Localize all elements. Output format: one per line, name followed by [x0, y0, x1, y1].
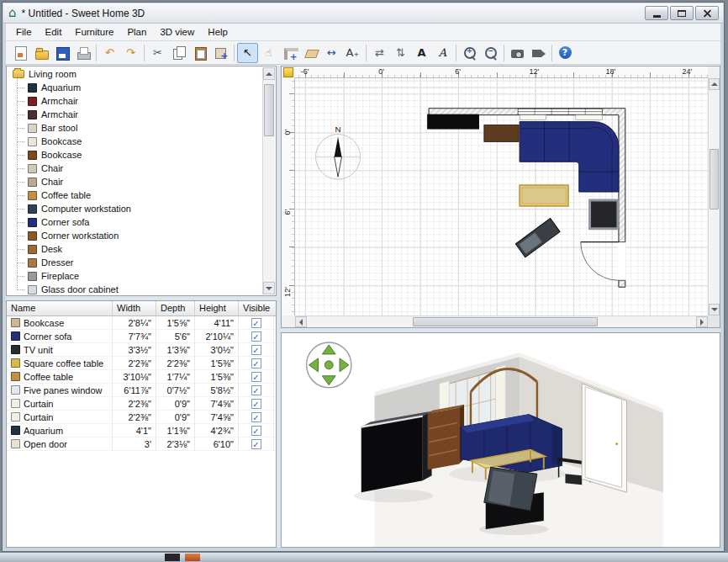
- catalog-item-corner-workstation[interactable]: Corner workstation: [8, 229, 262, 242]
- plan-scroll-right-button[interactable]: [696, 316, 708, 327]
- catalog-item-corner-sofa[interactable]: Corner sofa: [8, 215, 262, 229]
- table-row-square-coffee-table[interactable]: Square coffee table2'2⅜"2'2⅜"1'5⅜"✓: [7, 357, 276, 370]
- catalog-item-aquarium[interactable]: Aquarium: [8, 81, 262, 94]
- menu-item-plan[interactable]: Plan: [120, 25, 153, 39]
- open-button[interactable]: [30, 43, 51, 63]
- column-header-width[interactable]: Width: [113, 301, 156, 315]
- visible-checkbox[interactable]: ✓: [251, 399, 261, 409]
- tv-unit-plan[interactable]: [515, 218, 560, 257]
- column-header-height[interactable]: Height: [195, 301, 239, 315]
- paste-button[interactable]: [189, 43, 210, 63]
- catalog-item-bookcase[interactable]: Bookcase: [8, 148, 262, 162]
- bookcase-3d[interactable]: [428, 405, 464, 470]
- taskbar-icon[interactable]: [165, 554, 180, 561]
- close-button[interactable]: [695, 6, 719, 20]
- increase-text-size-button[interactable]: A: [411, 43, 432, 63]
- create-dimensions-button[interactable]: ↔: [321, 43, 342, 63]
- table-row-bookcase[interactable]: Bookcase2'8¼"1'5⅝"4'11"✓: [7, 316, 276, 330]
- visible-checkbox[interactable]: ✓: [251, 345, 261, 355]
- table-row-aquarium[interactable]: Aquarium4'1"1'1⅜"4'2¾"✓: [7, 424, 276, 437]
- catalog-item-bar-stool[interactable]: Bar stool: [8, 121, 262, 135]
- five-panes-window-plan[interactable]: [518, 109, 602, 114]
- curtain-plan[interactable]: [520, 115, 546, 120]
- plan-scroll-up-button[interactable]: [709, 78, 720, 90]
- menu-item-file[interactable]: File: [9, 25, 39, 39]
- bookcase-plan[interactable]: [484, 125, 519, 142]
- italic-button[interactable]: A: [432, 43, 453, 63]
- menu-item-edit[interactable]: Edit: [39, 25, 69, 39]
- plan-h-thumb[interactable]: [413, 317, 598, 326]
- plan-h-scrollbar[interactable]: [295, 315, 708, 327]
- add-furniture-button[interactable]: [210, 43, 231, 63]
- table-row-coffee-table[interactable]: Coffee table3'10⅛"1'7¼"1'5⅜"✓: [7, 370, 276, 384]
- table-row-curtain[interactable]: Curtain2'2⅜"0'9"7'4⅝"✓: [7, 411, 276, 424]
- column-header-visible[interactable]: Visible: [239, 301, 274, 315]
- view3d-nav-compass[interactable]: [307, 342, 351, 388]
- plan-scroll-left-button[interactable]: [295, 316, 307, 327]
- table-row-curtain[interactable]: Curtain2'2⅜"0'9"7'4⅝"✓: [7, 397, 276, 411]
- aquarium-3d[interactable]: [361, 411, 432, 493]
- plan-compass[interactable]: N: [316, 124, 361, 179]
- create-video-button[interactable]: [528, 43, 549, 63]
- open-door-3d[interactable]: [582, 384, 626, 492]
- curtain-plan[interactable]: [576, 115, 602, 120]
- visible-checkbox[interactable]: ✓: [251, 426, 261, 436]
- plan-v-scrollbar[interactable]: [708, 78, 720, 315]
- redo-button[interactable]: ↷: [120, 43, 141, 63]
- maximize-button[interactable]: [670, 6, 694, 20]
- visible-checkbox[interactable]: ✓: [251, 439, 261, 449]
- table-row-corner-sofa[interactable]: Corner sofa7'7¾"5'6"2'10¼"✓: [7, 330, 276, 343]
- copy-button[interactable]: [168, 43, 189, 63]
- catalog-item-computer-workstation[interactable]: Computer workstation: [8, 202, 262, 215]
- undo-button[interactable]: ↶: [99, 43, 120, 63]
- catalog-item-chair[interactable]: Chair: [8, 175, 262, 188]
- open-door-plan[interactable]: [581, 242, 619, 281]
- visible-checkbox[interactable]: ✓: [251, 331, 261, 342]
- minimize-button[interactable]: [645, 6, 668, 20]
- catalog-item-bookcase[interactable]: Bookcase: [8, 135, 262, 148]
- corner-sofa-plan[interactable]: [520, 122, 619, 192]
- create-photo-button[interactable]: [507, 43, 528, 63]
- catalog-item-coffee-table[interactable]: Coffee table: [8, 188, 262, 202]
- visible-checkbox[interactable]: ✓: [251, 318, 261, 328]
- save-button[interactable]: [51, 43, 72, 63]
- scrollbar-thumb[interactable]: [264, 84, 274, 136]
- zoom-out-button[interactable]: [480, 43, 501, 63]
- catalog-item-armchair[interactable]: Armchair: [8, 94, 262, 108]
- scroll-up-button[interactable]: [263, 67, 275, 80]
- table-row-open-door[interactable]: Open door3'2'3⅛"6'10"✓: [7, 437, 276, 451]
- visible-checkbox[interactable]: ✓: [251, 385, 261, 395]
- cut-button[interactable]: ✂: [147, 43, 168, 63]
- catalog-item-dresser[interactable]: Dresser: [8, 256, 262, 269]
- catalog-item-fireplace[interactable]: Fireplace: [8, 269, 262, 283]
- square-coffee-table-plan[interactable]: [590, 200, 618, 229]
- plan-canvas[interactable]: N: [295, 78, 708, 315]
- catalog-item-armchair[interactable]: Armchair: [8, 108, 262, 121]
- flip-horizontally-button[interactable]: ⇄: [369, 43, 390, 63]
- taskbar-icon[interactable]: [185, 554, 200, 561]
- visible-checkbox[interactable]: ✓: [251, 358, 261, 368]
- flip-vertically-button[interactable]: ⇅: [390, 43, 411, 63]
- table-row-five-panes-window[interactable]: Five panes window6'11⅞"0'7½"5'8½"✓: [7, 384, 276, 397]
- print-button[interactable]: [72, 43, 93, 63]
- zoom-in-button[interactable]: [459, 43, 480, 63]
- tv-3d[interactable]: [484, 467, 544, 529]
- plan-v-thumb[interactable]: [710, 149, 719, 209]
- pan-button[interactable]: ☝: [258, 43, 279, 63]
- column-header-name[interactable]: Name: [7, 301, 113, 315]
- catalog-item-glass-door-cabinet[interactable]: Glass door cabinet: [8, 283, 262, 294]
- plan-scroll-down-button[interactable]: [709, 304, 720, 315]
- new-home-button[interactable]: [9, 43, 30, 63]
- select-button[interactable]: ↖: [237, 43, 258, 63]
- catalog-item-chair[interactable]: Chair: [8, 162, 262, 175]
- help-button[interactable]: [555, 43, 576, 63]
- visible-checkbox[interactable]: ✓: [251, 412, 261, 422]
- table-row-tv-unit[interactable]: TV unit3'3½"1'3⅝"3'0½"✓: [7, 343, 276, 357]
- coffee-table-plan[interactable]: [520, 185, 568, 206]
- create-rooms-button[interactable]: [300, 43, 321, 63]
- catalog-root[interactable]: Living room: [8, 67, 262, 81]
- create-text-button[interactable]: A₊: [342, 43, 363, 63]
- menu-item-3d-view[interactable]: 3D view: [153, 25, 201, 39]
- catalog-scrollbar[interactable]: [262, 67, 275, 294]
- view3d-panel[interactable]: [281, 332, 720, 548]
